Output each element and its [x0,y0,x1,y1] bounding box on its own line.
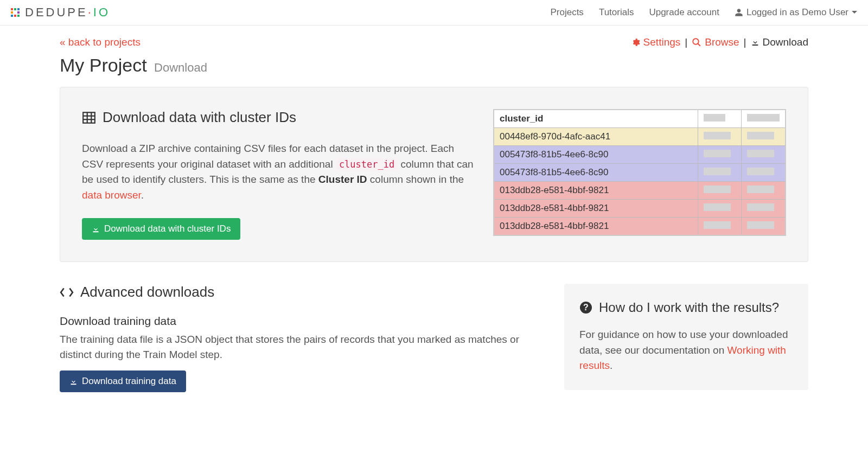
nav-user-menu[interactable]: Logged in as Demo User [735,7,857,18]
nav-projects[interactable]: Projects [550,7,583,18]
action-links: Settings | Browse | Download [630,36,808,48]
settings-link[interactable]: Settings [630,36,681,48]
table-header-blank [698,110,742,128]
user-icon [735,8,743,17]
question-circle-icon: ? [579,301,592,314]
browse-link[interactable]: Browse [692,36,739,48]
table-row: 013ddb28-e581-4bbf-9821 [494,218,786,236]
caret-down-icon [852,10,857,15]
panel-description: Download a ZIP archive containing CSV fi… [82,141,477,203]
cogs-icon [630,37,640,47]
table-header-blank [742,110,786,128]
svg-point-0 [693,39,699,44]
nav-right: Projects Tutorials Upgrade account Logge… [550,7,857,18]
download-icon [69,378,78,386]
download-panel: Download data with cluster IDs Download … [60,87,808,262]
panel-title: Download data with cluster IDs [82,109,477,126]
top-row: « back to projects Settings | Browse | D… [60,36,808,48]
search-icon [692,37,701,47]
download-cluster-ids-button[interactable]: Download data with cluster IDs [82,218,240,240]
navbar: DEDUPE·IO Projects Tutorials Upgrade acc… [0,0,868,25]
table-row: 00448ef8-970d-4afc-aac41 [494,128,786,146]
nav-tutorials[interactable]: Tutorials [599,7,634,18]
svg-line-1 [698,43,700,46]
table-row: 005473f8-81b5-4ee6-8c90 [494,164,786,182]
svg-text:?: ? [583,303,589,312]
page-title: My Project Download [60,55,808,76]
help-text: For guidance on how to use your download… [579,327,793,374]
back-to-projects-link[interactable]: « back to projects [60,36,141,48]
table-header-cluster-id: cluster_id [494,110,698,128]
brand-text: DEDUPE·IO [25,5,110,20]
cluster-preview-table: cluster_id 00448ef8-970d-4afc-aac4100547… [493,109,786,236]
table-icon [82,111,96,125]
training-description: The training data file is a JSON object … [60,332,542,362]
download-icon [751,38,760,47]
help-title: ? How do I work with the results? [579,300,793,315]
download-icon [92,225,100,233]
training-heading: Download training data [60,315,542,328]
advanced-title: Advanced downloads [60,284,542,301]
table-row: 013ddb28-e581-4bbf-9821 [494,200,786,218]
table-row: 013ddb28-e581-4bbf-9821 [494,182,786,200]
svg-rect-2 [83,112,95,123]
table-row: 005473f8-81b5-4ee6-8c90 [494,146,786,164]
logo-icon [11,8,20,17]
brand-logo[interactable]: DEDUPE·IO [11,5,110,20]
nav-upgrade[interactable]: Upgrade account [649,7,719,18]
data-browser-link[interactable]: data browser [82,189,141,201]
help-box: ? How do I work with the results? For gu… [564,284,808,390]
code-icon [60,286,74,298]
download-training-data-button[interactable]: Download training data [60,370,186,392]
download-current: Download [751,36,809,48]
